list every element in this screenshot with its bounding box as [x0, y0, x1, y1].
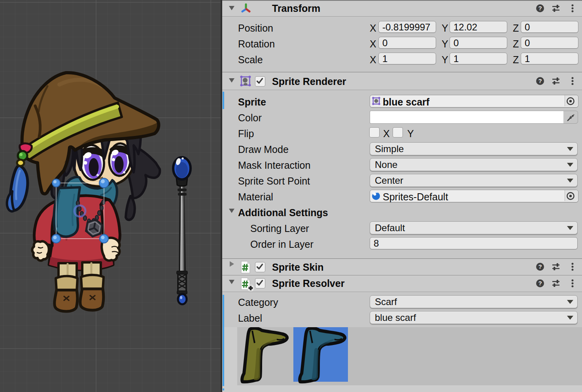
svg-text:?: ?: [538, 280, 542, 286]
svg-text:?: ?: [538, 77, 542, 84]
svg-text:?: ?: [538, 5, 542, 11]
svg-text:?: ?: [538, 263, 542, 270]
